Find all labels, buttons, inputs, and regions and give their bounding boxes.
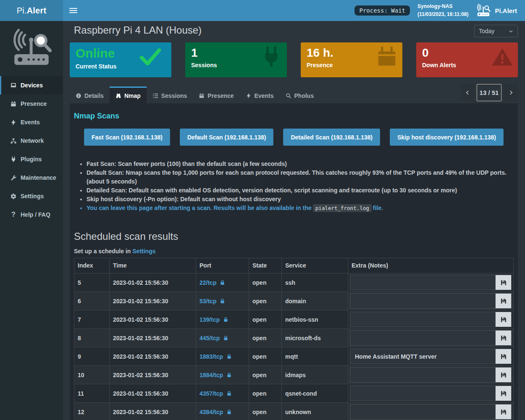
tab-details[interactable]: Details xyxy=(70,87,110,103)
skip-host-discovery-button[interactable]: Skip host discovery (192.168.1.138) xyxy=(390,129,504,146)
col-time: Time xyxy=(110,258,196,273)
process-status-badge: Process: Wait xyxy=(354,5,410,16)
note-input[interactable] xyxy=(350,312,496,327)
cell-state: open xyxy=(249,329,282,347)
cell-port: 1883/tcp xyxy=(196,347,249,366)
save-icon xyxy=(500,409,507,415)
sidebar: Devices Presence Events Network Plugins … xyxy=(0,21,63,420)
port-link[interactable]: 1884/tcp xyxy=(200,372,232,378)
brand-logo[interactable]: Pi.Alert xyxy=(0,0,63,21)
port-link[interactable]: 22/tcp xyxy=(200,279,225,286)
hamburger-icon[interactable] xyxy=(69,8,77,13)
note-input[interactable] xyxy=(350,275,496,290)
schedule-subtitle-text: Set up a schedule in xyxy=(74,248,131,255)
cell-index: 5 xyxy=(74,273,110,292)
lock-icon xyxy=(226,372,232,378)
question-icon: ? xyxy=(10,211,17,218)
log-file-chip: pialert_front.log xyxy=(313,204,372,212)
default-scan-button[interactable]: Default Scan (192.168.1.138) xyxy=(180,129,274,146)
sidebar-item-maintenance[interactable]: Maintenance xyxy=(0,168,63,187)
calendar-icon xyxy=(199,93,205,99)
cell-service: ssh xyxy=(282,273,348,292)
table-row: 11 2023-01-02 15:56:30 4357/tcp open qsn… xyxy=(74,384,514,403)
save-note-button[interactable] xyxy=(496,293,512,309)
note-input[interactable] xyxy=(350,293,496,309)
note-input[interactable] xyxy=(350,349,496,364)
chevron-left-icon xyxy=(465,89,470,96)
save-note-button[interactable] xyxy=(496,349,512,364)
cell-port: 1884/tcp xyxy=(196,366,249,384)
tab-pholus[interactable]: Pholus xyxy=(280,87,320,103)
tab-events[interactable]: Events xyxy=(240,87,280,103)
save-note-button[interactable] xyxy=(496,330,512,346)
save-icon xyxy=(500,279,507,286)
cell-port: 4384/tcp xyxy=(196,403,249,420)
scan-note: Detailed Scan: Default scan with enabled… xyxy=(87,186,514,195)
cell-service: netbios-ssn xyxy=(282,310,348,329)
cell-note xyxy=(348,292,514,310)
save-note-button[interactable] xyxy=(496,312,512,327)
col-index: Index xyxy=(74,258,110,273)
port-link[interactable]: 139/tcp xyxy=(200,316,228,323)
save-note-button[interactable] xyxy=(496,367,512,383)
tab-presence[interactable]: Presence xyxy=(193,87,239,103)
lock-icon xyxy=(220,280,225,286)
fast-scan-button[interactable]: Fast Scan (192.168.1.138) xyxy=(84,129,170,146)
note-input[interactable] xyxy=(350,386,496,401)
status-cards: Online Current Status 1 Sessions 16 h. P… xyxy=(70,42,518,77)
port-link[interactable]: 1883/tcp xyxy=(200,353,232,360)
period-select[interactable]: Today xyxy=(474,25,518,37)
next-device-button[interactable] xyxy=(504,84,518,101)
device-tabs: Details Nmap Sessions Presence Events Ph… xyxy=(70,87,518,103)
port-link[interactable]: 53/tcp xyxy=(200,298,225,304)
cell-time: 2023-01-02 15:56:30 xyxy=(110,329,196,347)
note-input[interactable] xyxy=(350,404,496,420)
gear-icon xyxy=(10,193,17,200)
tab-sessions[interactable]: Sessions xyxy=(147,87,193,103)
down-alerts-card: 0 Down Alerts xyxy=(416,42,518,77)
note-input[interactable] xyxy=(350,367,496,383)
plug-icon xyxy=(10,156,17,163)
scan-notes-list: Fast Scan: Scan fewer ports (100) than t… xyxy=(87,160,514,213)
cell-time: 2023-01-02 15:56:30 xyxy=(110,384,196,403)
cell-port: 4357/tcp xyxy=(196,384,249,403)
cell-note xyxy=(348,273,514,292)
cell-state: open xyxy=(249,292,282,310)
save-icon xyxy=(500,390,507,397)
save-note-button[interactable] xyxy=(496,275,512,290)
cell-index: 7 xyxy=(74,310,110,329)
sidebar-item-devices[interactable]: Devices xyxy=(0,76,63,94)
tab-nmap[interactable]: Nmap xyxy=(110,87,147,103)
save-note-button[interactable] xyxy=(496,404,512,420)
port-link[interactable]: 4357/tcp xyxy=(200,390,232,397)
scan-note: Fast Scan: Scan fewer ports (100) than t… xyxy=(87,160,514,168)
note-input[interactable] xyxy=(350,330,496,346)
scan-note: Default Scan: Nmap scans the top 1,000 p… xyxy=(87,168,514,186)
detailed-scan-button[interactable]: Detailed Scan (192.168.1.138) xyxy=(283,129,380,146)
lock-icon xyxy=(226,409,232,415)
port-link[interactable]: 4384/tcp xyxy=(200,409,232,415)
sidebar-item-plugins[interactable]: Plugins xyxy=(0,150,63,168)
chevron-right-icon xyxy=(508,89,514,96)
sidebar-item-help[interactable]: ? Help / FAQ xyxy=(0,205,63,224)
sidebar-item-settings[interactable]: Settings xyxy=(0,187,63,205)
scan-note: Skip host discovery (-Pn option): Defaul… xyxy=(87,195,514,204)
tab-label: Events xyxy=(255,92,274,99)
save-note-button[interactable] xyxy=(496,386,512,401)
prev-device-button[interactable] xyxy=(460,84,475,101)
sidebar-item-label: Presence xyxy=(21,100,47,107)
binoculars-icon xyxy=(116,93,121,99)
cell-note xyxy=(348,347,514,366)
port-link[interactable]: 445/tcp xyxy=(200,335,228,341)
device-position-indicator: 13 / 51 xyxy=(477,84,501,101)
wrench-icon xyxy=(10,175,17,181)
sidebar-item-network[interactable]: Network xyxy=(0,131,63,150)
table-row: 9 2023-01-02 15:56:30 1883/tcp open mqtt xyxy=(74,347,514,366)
pialert-router-icon xyxy=(476,4,491,18)
tab-label: Nmap xyxy=(124,92,141,99)
navbar-pialert[interactable]: Pi.Alert xyxy=(476,4,517,18)
tab-label: Pholus xyxy=(294,92,314,99)
settings-link[interactable]: Settings xyxy=(132,248,155,255)
sidebar-item-events[interactable]: Events xyxy=(0,113,63,131)
sidebar-item-presence[interactable]: Presence xyxy=(0,94,63,113)
